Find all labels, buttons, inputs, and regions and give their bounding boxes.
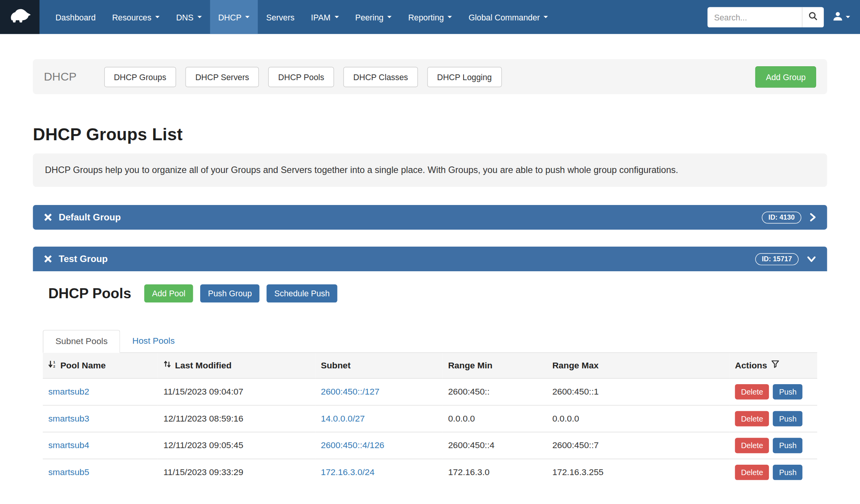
caret-down-icon [334,16,339,18]
page-description: DHCP Groups help you to organize all of … [33,153,827,187]
col-label: Subnet [321,360,351,370]
dhcp-pools-panel: DHCP Pools Add Pool Push Group Schedule … [33,271,827,486]
col-header-pool-name[interactable]: 1 2 Pool Name [43,353,158,378]
sort-updown-icon[interactable] [164,360,171,371]
caret-down-icon [155,16,160,18]
push-group-button[interactable]: Push Group [200,284,260,302]
search-button[interactable] [802,7,824,27]
delete-button[interactable]: Delete [735,465,769,480]
schedule-push-button[interactable]: Schedule Push [266,284,337,302]
col-header-subnet: Subnet [315,353,443,378]
col-label: Last Modified [175,360,232,370]
col-header-last-modified[interactable]: Last Modified [158,353,315,378]
last-modified-cell: 12/11/2023 08:59:16 [158,405,315,432]
tab-subnet-pools[interactable]: Subnet Pools [43,330,120,353]
primary-nav: Dashboard Resources DNS DHCP Servers IPA… [47,0,556,34]
nav-item-label: Servers [266,12,295,22]
add-group-button[interactable]: Add Group [755,66,816,87]
subnet-link[interactable]: 2600:450::/127 [321,386,379,396]
range-max-cell: 0.0.0.0 [547,405,730,432]
nav-item-ipam[interactable]: IPAM [303,0,347,34]
last-modified-cell: 12/11/2023 09:05:45 [158,432,315,459]
pool-name-link[interactable]: smartsub2 [48,386,89,396]
nav-item-label: DNS [176,12,194,22]
col-label: Range Max [552,360,599,370]
panel-title: DHCP Pools [48,285,131,302]
user-icon [833,11,843,24]
col-header-range-max: Range Max [547,353,730,378]
dhcp-section-toolbar: DHCP DHCP Groups DHCP Servers DHCP Pools… [33,59,827,94]
close-icon[interactable] [44,213,52,221]
nav-item-global-commander[interactable]: Global Commander [460,0,556,34]
dhcp-servers-button[interactable]: DHCP Servers [185,67,259,87]
range-max-cell: 172.16.3.255 [547,459,730,486]
range-min-cell: 172.16.3.0 [443,459,547,486]
col-label: Pool Name [60,360,106,370]
subnet-link[interactable]: 2600:450::4/126 [321,440,384,450]
dhcp-groups-button[interactable]: DHCP Groups [104,67,176,87]
table-row: smartsub2 11/15/2023 09:04:07 2600:450::… [43,378,817,405]
table-row: smartsub4 12/11/2023 09:05:45 2600:450::… [43,432,817,459]
nav-item-peering[interactable]: Peering [347,0,400,34]
caret-down-icon [245,16,250,18]
dhcp-logging-button[interactable]: DHCP Logging [427,67,502,87]
table-row: smartsub5 11/15/2023 09:33:29 172.16.3.0… [43,459,817,486]
panel-header: DHCP Pools Add Pool Push Group Schedule … [43,280,817,306]
col-label: Actions [735,360,767,370]
pool-name-link[interactable]: smartsub3 [48,413,89,423]
nav-item-servers[interactable]: Servers [258,0,303,34]
col-header-range-min: Range Min [443,353,547,378]
filter-icon[interactable] [771,360,779,371]
group-id-badge: ID: 4130 [762,211,801,223]
nav-item-resources[interactable]: Resources [104,0,168,34]
subnet-pools-table: 1 2 Pool Name [43,353,817,486]
nav-item-label: IPAM [311,12,331,22]
caret-down-icon [387,16,391,18]
tab-host-pools[interactable]: Host Pools [120,330,187,352]
dhcp-pools-button[interactable]: DHCP Pools [268,67,334,87]
sort-numeric-icon[interactable]: 1 2 [48,360,56,371]
table-header-row: 1 2 Pool Name [43,353,817,378]
caret-down-icon [197,16,202,18]
nav-item-label: Reporting [408,12,444,22]
add-pool-button[interactable]: Add Pool [144,284,193,302]
push-button[interactable]: Push [773,384,803,399]
push-button[interactable]: Push [773,438,803,453]
col-label: Range Min [448,360,492,370]
user-menu[interactable] [833,11,850,24]
group-card-test-group: Test Group ID: 15717 DHCP Pools Add Pool… [33,247,827,486]
push-button[interactable]: Push [773,465,803,480]
section-title: DHCP [44,70,77,83]
pool-name-link[interactable]: smartsub5 [48,467,89,477]
nav-item-label: DHCP [218,12,241,22]
chevron-right-icon[interactable] [809,213,816,222]
pool-name-link[interactable]: smartsub4 [48,440,89,450]
app-logo[interactable] [0,0,39,34]
range-min-cell: 2600:450::4 [443,432,547,459]
range-min-cell: 0.0.0.0 [443,405,547,432]
search-group [708,7,824,27]
col-header-actions: Actions [730,353,818,378]
group-header-test-group[interactable]: Test Group ID: 15717 [33,247,827,271]
delete-button[interactable]: Delete [735,384,769,399]
group-id-badge: ID: 15717 [755,253,798,265]
group-name: Test Group [59,254,108,264]
nav-item-label: Dashboard [56,12,96,22]
dhcp-classes-button[interactable]: DHCP Classes [343,67,418,87]
caret-down-icon [846,16,850,18]
pool-tabs: Subnet Pools Host Pools [43,330,817,353]
push-button[interactable]: Push [773,411,803,426]
nav-item-dashboard[interactable]: Dashboard [47,0,104,34]
delete-button[interactable]: Delete [735,438,769,453]
close-icon[interactable] [44,255,52,263]
search-input[interactable] [708,7,802,27]
subnet-link[interactable]: 14.0.0.0/27 [321,413,365,423]
group-header-default-group[interactable]: Default Group ID: 4130 [33,205,827,230]
delete-button[interactable]: Delete [735,411,769,426]
nav-item-reporting[interactable]: Reporting [400,0,460,34]
nav-item-dhcp[interactable]: DHCP [210,0,258,34]
nav-item-dns[interactable]: DNS [168,0,210,34]
chevron-down-icon[interactable] [807,255,816,262]
subnet-link[interactable]: 172.16.3.0/24 [321,467,374,477]
table-row: smartsub3 12/11/2023 08:59:16 14.0.0.0/2… [43,405,817,432]
